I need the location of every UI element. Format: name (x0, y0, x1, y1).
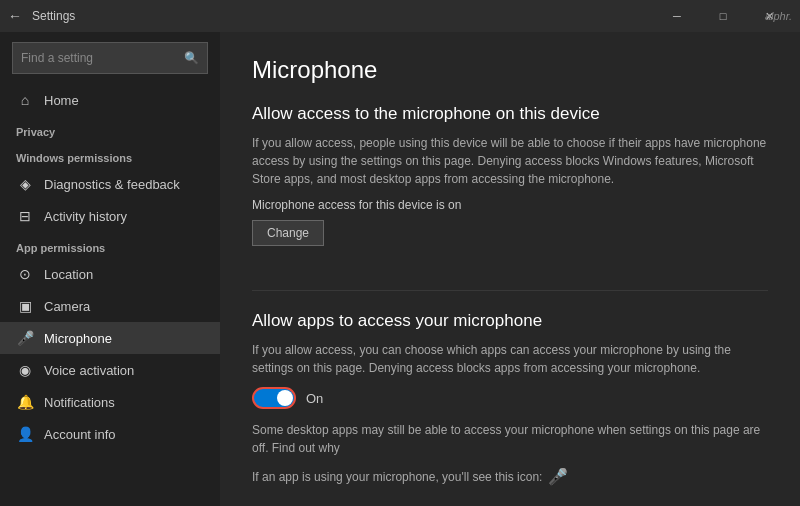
main-content: Microphone Allow access to the microphon… (220, 32, 800, 506)
voice-icon: ◉ (16, 362, 34, 378)
sidebar-item-label: Activity history (44, 209, 127, 224)
sidebar-item-label: Diagnostics & feedback (44, 177, 180, 192)
activity-icon: ⊟ (16, 208, 34, 224)
privacy-section-label: Privacy (0, 116, 220, 142)
sidebar-item-camera[interactable]: ▣ Camera (0, 290, 220, 322)
window-title: Settings (32, 9, 654, 23)
search-icon: 🔍 (184, 51, 199, 65)
sidebar-item-label: Home (44, 93, 79, 108)
windows-permissions-label: Windows permissions (0, 142, 220, 168)
section1-description: If you allow access, people using this d… (252, 134, 768, 188)
device-access-status: Microphone access for this device is on (252, 198, 768, 212)
notifications-icon: 🔔 (16, 394, 34, 410)
app-container: 🔍 ⌂ Home Privacy Windows permissions ◈ D… (0, 32, 800, 506)
camera-icon: ▣ (16, 298, 34, 314)
page-title: Microphone (252, 56, 768, 84)
microphone-icon: 🎤 (16, 330, 34, 346)
sidebar-item-activity[interactable]: ⊟ Activity history (0, 200, 220, 232)
search-box[interactable]: 🔍 (12, 42, 208, 74)
toggle-row: On (252, 387, 768, 409)
back-button[interactable]: ← (8, 8, 22, 24)
icon-note: If an app is using your microphone, you'… (252, 467, 768, 486)
microphone-status-icon: 🎤 (548, 467, 568, 486)
diagnostics-icon: ◈ (16, 176, 34, 192)
note-text: Some desktop apps may still be able to a… (252, 421, 768, 457)
app-permissions-label: App permissions (0, 232, 220, 258)
watermark: alphr. (765, 10, 792, 22)
sidebar-item-label: Account info (44, 427, 116, 442)
sidebar-item-diagnostics[interactable]: ◈ Diagnostics & feedback (0, 168, 220, 200)
sidebar-item-voice[interactable]: ◉ Voice activation (0, 354, 220, 386)
home-icon: ⌂ (16, 92, 34, 108)
sidebar-item-account[interactable]: 👤 Account info (0, 418, 220, 450)
sidebar-item-label: Microphone (44, 331, 112, 346)
sidebar-item-label: Camera (44, 299, 90, 314)
sidebar-item-location[interactable]: ⊙ Location (0, 258, 220, 290)
sidebar-item-home[interactable]: ⌂ Home (0, 84, 220, 116)
sidebar-item-label: Notifications (44, 395, 115, 410)
title-bar: ← Settings ─ □ ✕ (0, 0, 800, 32)
microphone-toggle[interactable] (252, 387, 296, 409)
change-button[interactable]: Change (252, 220, 324, 246)
section1-title: Allow access to the microphone on this d… (252, 104, 768, 124)
sidebar-item-label: Location (44, 267, 93, 282)
search-input[interactable] (21, 51, 184, 65)
section2-title: Allow apps to access your microphone (252, 311, 768, 331)
section-divider (252, 290, 768, 291)
sidebar-item-label: Voice activation (44, 363, 134, 378)
maximize-button[interactable]: □ (700, 0, 746, 32)
sidebar-item-microphone[interactable]: 🎤 Microphone (0, 322, 220, 354)
toggle-knob (277, 390, 293, 406)
account-icon: 👤 (16, 426, 34, 442)
location-icon: ⊙ (16, 266, 34, 282)
minimize-button[interactable]: ─ (654, 0, 700, 32)
toggle-label: On (306, 391, 323, 406)
sidebar: 🔍 ⌂ Home Privacy Windows permissions ◈ D… (0, 32, 220, 506)
icon-note-text: If an app is using your microphone, you'… (252, 470, 542, 484)
section2-description: If you allow access, you can choose whic… (252, 341, 768, 377)
sidebar-item-notifications[interactable]: 🔔 Notifications (0, 386, 220, 418)
